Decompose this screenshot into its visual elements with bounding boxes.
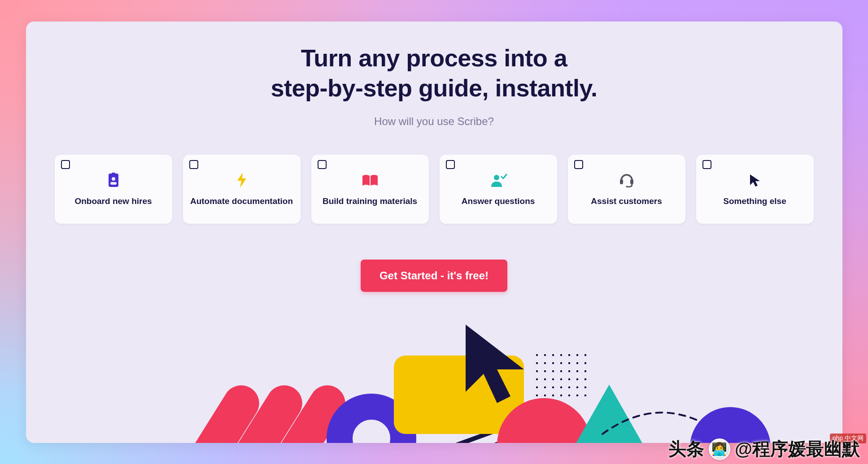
watermark-prefix: 头条 <box>668 437 704 461</box>
card-label: Assist customers <box>591 196 662 206</box>
svg-point-2 <box>112 177 115 181</box>
card-label: Build training materials <box>323 196 417 206</box>
decorative-footer <box>26 326 842 443</box>
checkbox-icon[interactable] <box>446 160 455 169</box>
cursor-icon <box>749 172 761 188</box>
page-subhead: How will you use Scribe? <box>26 115 842 128</box>
watermark-handle: @程序媛最幽默 <box>735 437 860 461</box>
dashed-curve-shape <box>600 407 717 440</box>
avatar-icon: 👩‍💻 <box>709 438 730 460</box>
checkbox-icon[interactable] <box>61 160 70 169</box>
card-assist[interactable]: Assist customers <box>568 155 685 224</box>
headline-line-2: step-by-step guide, instantly. <box>270 74 597 101</box>
card-training[interactable]: Build training materials <box>311 155 429 224</box>
card-label: Something else <box>723 196 786 206</box>
card-label: Onboard new hires <box>74 196 152 206</box>
yellow-rect-shape <box>394 356 524 434</box>
svg-rect-6 <box>630 179 633 184</box>
book-icon <box>362 172 379 188</box>
svg-point-7 <box>626 186 628 187</box>
watermark-overlay: 头条 👩‍💻 @程序媛最幽默 <box>668 437 860 461</box>
card-automate[interactable]: Automate documentation <box>183 155 301 224</box>
big-cursor-shape <box>457 320 533 407</box>
card-label: Answer questions <box>462 196 535 206</box>
main-panel: Turn any process into a step-by-step gui… <box>26 22 842 443</box>
svg-rect-3 <box>110 182 117 185</box>
checkbox-icon[interactable] <box>574 160 583 169</box>
card-answer[interactable]: Answer questions <box>440 155 557 224</box>
bolt-icon <box>236 172 248 188</box>
option-card-row: Onboard new hires Automate documentation… <box>26 155 842 224</box>
user-check-icon <box>489 172 507 188</box>
page-headline: Turn any process into a step-by-step gui… <box>26 43 842 104</box>
svg-rect-5 <box>620 179 623 184</box>
content-area: Turn any process into a step-by-step gui… <box>26 22 842 292</box>
card-other[interactable]: Something else <box>696 155 814 224</box>
svg-point-4 <box>494 175 499 180</box>
headset-icon <box>619 172 634 188</box>
blue-donut-shape <box>327 394 416 443</box>
headline-line-1: Turn any process into a <box>301 44 567 71</box>
get-started-button[interactable]: Get Started - it's free! <box>361 260 507 292</box>
checkbox-icon[interactable] <box>318 160 327 169</box>
card-onboard[interactable]: Onboard new hires <box>55 155 172 224</box>
card-label: Automate documentation <box>190 196 293 206</box>
checkbox-icon[interactable] <box>702 160 711 169</box>
teal-triangle-shape <box>571 385 647 443</box>
id-badge-icon <box>107 172 120 188</box>
dot-grid-shape <box>533 351 591 400</box>
checkbox-icon[interactable] <box>189 160 198 169</box>
svg-rect-1 <box>112 173 115 175</box>
red-circle-shape <box>497 398 591 443</box>
